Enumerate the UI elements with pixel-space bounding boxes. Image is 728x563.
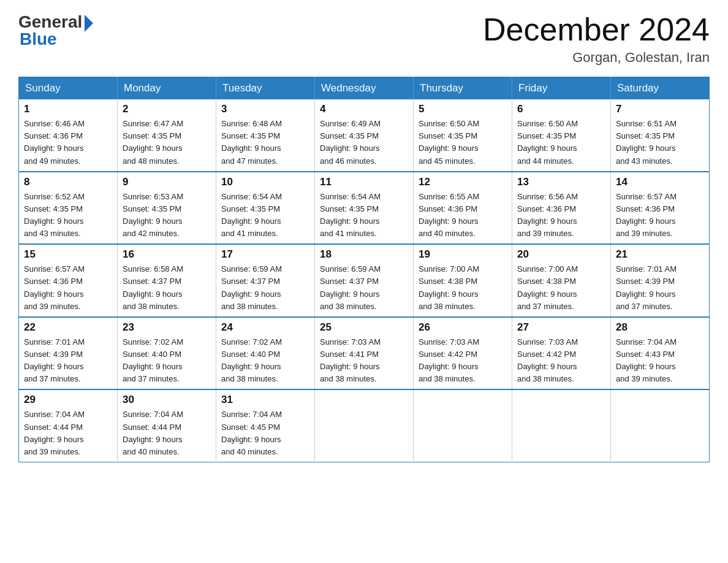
day-number: 28 xyxy=(616,321,704,334)
calendar-cell: 24Sunrise: 7:02 AMSunset: 4:40 PMDayligh… xyxy=(216,317,315,390)
day-of-week-header: Wednesday xyxy=(315,77,414,100)
day-number: 23 xyxy=(123,321,211,334)
location-label: Gorgan, Golestan, Iran xyxy=(483,50,710,66)
day-of-week-header: Sunday xyxy=(19,77,118,100)
day-info: Sunrise: 6:50 AMSunset: 4:35 PMDaylight:… xyxy=(517,118,605,167)
calendar-cell: 6Sunrise: 6:50 AMSunset: 4:35 PMDaylight… xyxy=(512,99,611,172)
day-info: Sunrise: 6:59 AMSunset: 4:37 PMDaylight:… xyxy=(221,263,309,313)
day-info: Sunrise: 7:04 AMSunset: 4:44 PMDaylight:… xyxy=(24,408,112,458)
title-section: December 2024 Gorgan, Golestan, Iran xyxy=(483,12,710,66)
day-number: 21 xyxy=(616,248,704,261)
day-info: Sunrise: 7:00 AMSunset: 4:38 PMDaylight:… xyxy=(419,263,507,313)
day-number: 25 xyxy=(320,321,408,334)
day-number: 18 xyxy=(320,248,408,261)
day-number: 12 xyxy=(419,176,507,188)
month-title: December 2024 xyxy=(483,12,710,47)
day-info: Sunrise: 7:01 AMSunset: 4:39 PMDaylight:… xyxy=(24,336,112,386)
calendar-cell: 31Sunrise: 7:04 AMSunset: 4:45 PMDayligh… xyxy=(216,389,315,462)
day-of-week-header: Saturday xyxy=(611,77,710,100)
calendar-cell: 21Sunrise: 7:01 AMSunset: 4:39 PMDayligh… xyxy=(611,244,710,317)
day-info: Sunrise: 6:51 AMSunset: 4:35 PMDaylight:… xyxy=(616,118,704,167)
day-info: Sunrise: 6:46 AMSunset: 4:36 PMDaylight:… xyxy=(24,118,112,167)
calendar-cell: 15Sunrise: 6:57 AMSunset: 4:36 PMDayligh… xyxy=(19,244,118,317)
logo-blue-text: Blue xyxy=(20,29,57,49)
day-info: Sunrise: 7:04 AMSunset: 4:45 PMDaylight:… xyxy=(221,408,309,458)
day-info: Sunrise: 6:57 AMSunset: 4:36 PMDaylight:… xyxy=(24,263,112,313)
calendar-cell: 22Sunrise: 7:01 AMSunset: 4:39 PMDayligh… xyxy=(19,317,118,390)
calendar-cell: 23Sunrise: 7:02 AMSunset: 4:40 PMDayligh… xyxy=(118,317,216,390)
day-info: Sunrise: 7:03 AMSunset: 4:42 PMDaylight:… xyxy=(419,336,507,386)
calendar-cell: 13Sunrise: 6:56 AMSunset: 4:36 PMDayligh… xyxy=(512,172,611,245)
calendar-cell xyxy=(611,389,710,462)
day-number: 26 xyxy=(419,321,507,334)
day-number: 31 xyxy=(221,394,309,406)
calendar-cell: 4Sunrise: 6:49 AMSunset: 4:35 PMDaylight… xyxy=(315,99,414,172)
calendar-cell: 10Sunrise: 6:54 AMSunset: 4:35 PMDayligh… xyxy=(216,172,315,245)
day-number: 11 xyxy=(320,176,408,188)
calendar-cell: 3Sunrise: 6:48 AMSunset: 4:35 PMDaylight… xyxy=(216,99,315,172)
day-info: Sunrise: 6:56 AMSunset: 4:36 PMDaylight:… xyxy=(517,191,605,240)
day-number: 9 xyxy=(123,176,211,188)
calendar-cell: 19Sunrise: 7:00 AMSunset: 4:38 PMDayligh… xyxy=(414,244,512,317)
day-info: Sunrise: 6:55 AMSunset: 4:36 PMDaylight:… xyxy=(419,191,507,240)
day-info: Sunrise: 6:59 AMSunset: 4:37 PMDaylight:… xyxy=(320,263,408,313)
day-info: Sunrise: 6:48 AMSunset: 4:35 PMDaylight:… xyxy=(221,118,309,167)
calendar-cell: 8Sunrise: 6:52 AMSunset: 4:35 PMDaylight… xyxy=(19,172,118,245)
day-number: 3 xyxy=(221,103,309,115)
day-number: 8 xyxy=(24,176,112,188)
day-info: Sunrise: 6:53 AMSunset: 4:35 PMDaylight:… xyxy=(123,191,211,240)
calendar-cell: 12Sunrise: 6:55 AMSunset: 4:36 PMDayligh… xyxy=(414,172,512,245)
calendar-cell: 30Sunrise: 7:04 AMSunset: 4:44 PMDayligh… xyxy=(118,389,216,462)
day-number: 14 xyxy=(616,176,704,188)
calendar-cell: 26Sunrise: 7:03 AMSunset: 4:42 PMDayligh… xyxy=(414,317,512,390)
calendar-cell: 20Sunrise: 7:00 AMSunset: 4:38 PMDayligh… xyxy=(512,244,611,317)
day-info: Sunrise: 6:58 AMSunset: 4:37 PMDaylight:… xyxy=(123,263,211,313)
calendar-week-row: 29Sunrise: 7:04 AMSunset: 4:44 PMDayligh… xyxy=(19,389,710,462)
calendar-week-row: 8Sunrise: 6:52 AMSunset: 4:35 PMDaylight… xyxy=(19,172,710,245)
day-info: Sunrise: 7:02 AMSunset: 4:40 PMDaylight:… xyxy=(123,336,211,386)
day-info: Sunrise: 7:03 AMSunset: 4:42 PMDaylight:… xyxy=(517,336,605,386)
calendar-week-row: 22Sunrise: 7:01 AMSunset: 4:39 PMDayligh… xyxy=(19,317,710,390)
day-number: 6 xyxy=(517,103,605,115)
calendar-cell: 27Sunrise: 7:03 AMSunset: 4:42 PMDayligh… xyxy=(512,317,611,390)
calendar-cell: 1Sunrise: 6:46 AMSunset: 4:36 PMDaylight… xyxy=(19,99,118,172)
calendar-cell xyxy=(414,389,512,462)
day-number: 10 xyxy=(221,176,309,188)
day-info: Sunrise: 7:02 AMSunset: 4:40 PMDaylight:… xyxy=(221,336,309,386)
day-info: Sunrise: 6:49 AMSunset: 4:35 PMDaylight:… xyxy=(320,118,408,167)
day-of-week-header: Monday xyxy=(118,77,216,100)
calendar-cell xyxy=(512,389,611,462)
day-number: 16 xyxy=(123,248,211,261)
calendar-cell: 14Sunrise: 6:57 AMSunset: 4:36 PMDayligh… xyxy=(611,172,710,245)
calendar-cell: 5Sunrise: 6:50 AMSunset: 4:35 PMDaylight… xyxy=(414,99,512,172)
day-info: Sunrise: 7:00 AMSunset: 4:38 PMDaylight:… xyxy=(517,263,605,313)
day-number: 30 xyxy=(123,394,211,406)
day-of-week-header: Thursday xyxy=(414,77,512,100)
day-number: 2 xyxy=(123,103,211,115)
day-number: 4 xyxy=(320,103,408,115)
calendar-cell: 11Sunrise: 6:54 AMSunset: 4:35 PMDayligh… xyxy=(315,172,414,245)
day-info: Sunrise: 6:54 AMSunset: 4:35 PMDaylight:… xyxy=(320,191,408,240)
calendar-cell: 17Sunrise: 6:59 AMSunset: 4:37 PMDayligh… xyxy=(216,244,315,317)
calendar-table: SundayMondayTuesdayWednesdayThursdayFrid… xyxy=(18,77,710,462)
day-info: Sunrise: 6:57 AMSunset: 4:36 PMDaylight:… xyxy=(616,191,704,240)
day-number: 20 xyxy=(517,248,605,261)
day-number: 19 xyxy=(419,248,507,261)
day-info: Sunrise: 7:04 AMSunset: 4:43 PMDaylight:… xyxy=(616,336,704,386)
day-info: Sunrise: 6:54 AMSunset: 4:35 PMDaylight:… xyxy=(221,191,309,240)
calendar-cell: 2Sunrise: 6:47 AMSunset: 4:35 PMDaylight… xyxy=(118,99,216,172)
calendar-cell: 29Sunrise: 7:04 AMSunset: 4:44 PMDayligh… xyxy=(19,389,118,462)
calendar-cell: 9Sunrise: 6:53 AMSunset: 4:35 PMDaylight… xyxy=(118,172,216,245)
day-number: 15 xyxy=(24,248,112,261)
logo: General Blue xyxy=(18,12,93,49)
calendar-cell: 28Sunrise: 7:04 AMSunset: 4:43 PMDayligh… xyxy=(611,317,710,390)
page-header: General Blue December 2024 Gorgan, Goles… xyxy=(18,12,710,66)
calendar-cell: 16Sunrise: 6:58 AMSunset: 4:37 PMDayligh… xyxy=(118,244,216,317)
calendar-cell: 18Sunrise: 6:59 AMSunset: 4:37 PMDayligh… xyxy=(315,244,414,317)
day-number: 13 xyxy=(517,176,605,188)
logo-arrow-icon xyxy=(85,15,93,32)
day-number: 29 xyxy=(24,394,112,406)
day-number: 17 xyxy=(221,248,309,261)
day-info: Sunrise: 7:03 AMSunset: 4:41 PMDaylight:… xyxy=(320,336,408,386)
calendar-week-row: 1Sunrise: 6:46 AMSunset: 4:36 PMDaylight… xyxy=(19,99,710,172)
